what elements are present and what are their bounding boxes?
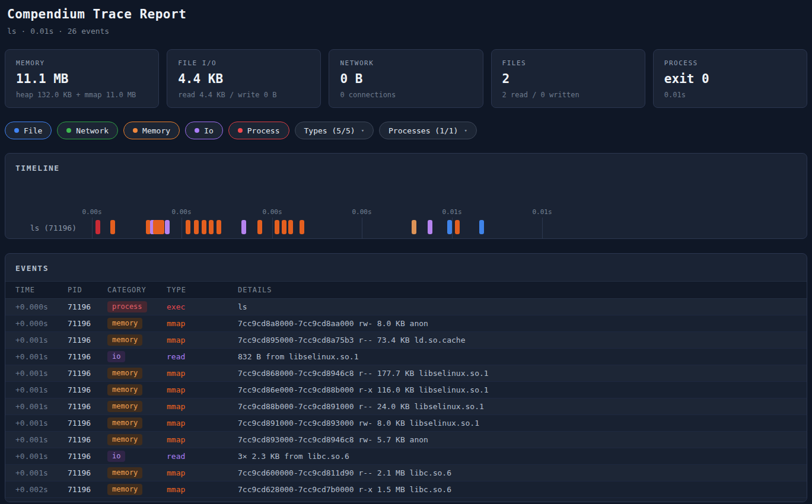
stat-card: PROCESS exit 0 0.01s xyxy=(653,49,807,108)
event-pid: 71196 xyxy=(68,468,107,477)
table-row[interactable]: +0.001s 71196 memory mmap 7cc9cd600000-7… xyxy=(5,465,807,481)
event-category-badge: memory xyxy=(107,318,142,329)
column-header: TYPE xyxy=(167,286,238,294)
timeline-event-bar[interactable] xyxy=(186,220,190,234)
filter-chip[interactable]: Io xyxy=(185,122,223,139)
event-pid: 71196 xyxy=(68,302,107,311)
table-row[interactable]: +0.000s 71196 process exec ls xyxy=(5,299,807,315)
timeline-tick-line xyxy=(452,218,453,239)
timeline-event-bar[interactable] xyxy=(447,220,452,234)
event-pid: 71196 xyxy=(68,369,107,378)
timeline-process-label: ls (71196) xyxy=(15,221,84,235)
timeline-track[interactable]: 0.00s0.00s0.00s0.00s0.01s0.01s xyxy=(84,184,807,235)
table-row[interactable]: +0.001s 71196 memory mmap 7cc9cd88b000-7… xyxy=(5,398,807,415)
timeline-event-bar[interactable] xyxy=(165,220,170,234)
event-category-badge: memory xyxy=(107,484,142,495)
event-time: +0.001s xyxy=(15,385,68,394)
stat-card-subtext: 0 connections xyxy=(340,91,472,99)
event-time: +0.001s xyxy=(15,452,68,461)
table-row[interactable]: +0.001s 71196 io read 832 B from libseli… xyxy=(5,349,807,365)
stat-card-label: NETWORK xyxy=(340,59,472,67)
timeline-event-bar[interactable] xyxy=(412,220,416,234)
filter-chip-label: Io xyxy=(204,126,214,135)
stat-card-value: 2 xyxy=(502,72,634,86)
event-time: +0.000s xyxy=(15,319,68,328)
table-row[interactable]: +0.002s 71196 memory mmap 7cc9cd628000-7… xyxy=(5,481,807,498)
chevron-down-icon: ▾ xyxy=(464,127,467,133)
event-details: 7cc9cd891000-7cc9cd893000 rw- 8.0 KB lib… xyxy=(238,419,807,428)
timeline-tick-line xyxy=(542,218,543,239)
event-type: mmap xyxy=(167,485,238,494)
event-details: 832 B from libselinux.so.1 xyxy=(238,352,807,361)
timeline-event-bar[interactable] xyxy=(153,220,164,234)
table-row[interactable]: +0.001s 71196 memory mmap 7cc9cd868000-7… xyxy=(5,365,807,382)
timeline-event-bar[interactable] xyxy=(300,220,304,234)
event-category-badge: process xyxy=(107,301,147,312)
event-details: 3× 2.3 KB from libc.so.6 xyxy=(238,452,807,461)
table-row[interactable]: +0.001s 71196 memory mmap 7cc9cd895000-7… xyxy=(5,332,807,349)
table-row[interactable]: +0.001s 71196 memory mmap 7cc9cd893000-7… xyxy=(5,432,807,448)
timeline-event-bar[interactable] xyxy=(194,220,199,234)
timeline-event-bar[interactable] xyxy=(95,220,100,234)
filter-chip[interactable]: Memory xyxy=(123,122,180,139)
timeline-event-bar[interactable] xyxy=(479,220,484,234)
filter-dropdown-label: Types (5/5) xyxy=(304,126,355,135)
timeline-event-bar[interactable] xyxy=(275,220,279,234)
event-type: read xyxy=(167,352,238,361)
event-time: +0.000s xyxy=(15,302,68,311)
timeline-event-bar[interactable] xyxy=(110,220,115,234)
event-details: 7cc9cd893000-7cc9cd8946c8 rw- 5.7 KB ano… xyxy=(238,435,807,444)
event-details: 7cc9cd86e000-7cc9cd88b000 r-x 116.0 KB l… xyxy=(238,385,807,394)
timeline-tick-line xyxy=(272,218,273,239)
timeline-event-bar[interactable] xyxy=(216,220,221,234)
stat-card-subtext: read 4.4 KB / write 0 B xyxy=(178,91,310,99)
event-pid: 71196 xyxy=(68,452,107,461)
timeline-event-bar[interactable] xyxy=(257,220,262,234)
timeline-event-bar[interactable] xyxy=(202,220,206,234)
event-pid: 71196 xyxy=(68,485,107,494)
timeline-event-bar[interactable] xyxy=(241,220,246,234)
filter-chip[interactable]: File xyxy=(5,122,52,139)
stat-card: MEMORY 11.1 MB heap 132.0 KB + mmap 11.0… xyxy=(5,49,159,108)
table-row[interactable]: +0.000s 71196 memory mmap 7cc9cd8a8000-7… xyxy=(5,315,807,332)
timeline-tick-label: 0.01s xyxy=(442,208,461,216)
events-title: EVENTS xyxy=(15,264,797,273)
timeline-event-bar[interactable] xyxy=(282,220,286,234)
column-header: TIME xyxy=(15,286,68,294)
event-category-badge: memory xyxy=(107,434,142,445)
event-details: 7cc9cd895000-7cc9cd8a75b3 r-- 73.4 KB ld… xyxy=(238,336,807,344)
filter-dropdown[interactable]: Types (5/5) ▾ xyxy=(295,122,374,139)
stat-card-value: 4.4 KB xyxy=(178,72,310,86)
event-category-badge: memory xyxy=(107,334,142,346)
filter-dropdown-label: Processes (1/1) xyxy=(389,126,458,135)
timeline-event-bar[interactable] xyxy=(288,220,293,234)
stat-cards: MEMORY 11.1 MB heap 132.0 KB + mmap 11.0… xyxy=(5,49,807,108)
table-row[interactable]: +0.001s 71196 memory mmap 7cc9cd891000-7… xyxy=(5,415,807,432)
filter-chip[interactable]: Network xyxy=(57,122,118,139)
column-header: CATEGORY xyxy=(107,286,167,294)
event-details: 7cc9cd868000-7cc9cd8946c8 r-- 177.7 KB l… xyxy=(238,369,807,378)
table-row[interactable]: +0.001s 71196 io read 3× 2.3 KB from lib… xyxy=(5,448,807,465)
page-title: Compendium Trace Report xyxy=(7,7,805,21)
timeline-body: ls (71196) 0.00s0.00s0.00s0.00s0.01s0.01… xyxy=(15,184,807,235)
filter-chip[interactable]: Process xyxy=(228,122,289,139)
event-type: mmap xyxy=(167,369,238,378)
report-header: Compendium Trace Report ls · 0.01s · 26 … xyxy=(5,0,807,36)
timeline-event-bar[interactable] xyxy=(455,220,460,234)
timeline-tick-line xyxy=(92,218,93,239)
event-time: +0.001s xyxy=(15,369,68,378)
timeline-tick-label: 0.00s xyxy=(171,208,191,216)
event-pid: 71196 xyxy=(68,385,107,394)
stat-card: NETWORK 0 B 0 connections xyxy=(329,49,483,108)
timeline-event-bar[interactable] xyxy=(428,220,432,234)
event-time: +0.001s xyxy=(15,402,68,411)
stat-card-label: PROCESS xyxy=(664,59,796,67)
timeline-event-bar[interactable] xyxy=(209,220,214,234)
table-row[interactable]: +0.001s 71196 memory mmap 7cc9cd86e000-7… xyxy=(5,382,807,398)
event-time: +0.002s xyxy=(15,485,68,494)
category-color-dot xyxy=(133,128,138,133)
stat-card-value: 11.1 MB xyxy=(16,72,148,86)
filter-dropdown[interactable]: Processes (1/1) ▾ xyxy=(379,122,477,139)
event-category-badge: memory xyxy=(107,368,142,379)
event-type: mmap xyxy=(167,402,238,411)
